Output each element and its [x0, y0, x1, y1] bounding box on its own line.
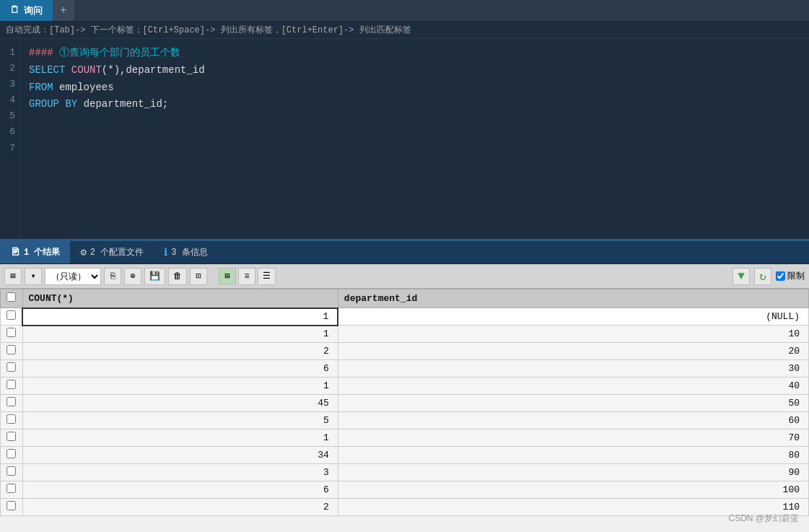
row-checkbox-cell[interactable] — [1, 481, 23, 499]
results-table-container[interactable]: COUNT(*) department_id 1 (NULL) 1 10 2 2… — [0, 289, 809, 532]
sql-editor[interactable]: 1 2 3 4 5 6 7 #### ①查询每个部门的员工个数 SELECT C… — [0, 39, 809, 241]
results-table: COUNT(*) department_id 1 (NULL) 1 10 2 2… — [0, 289, 809, 516]
row-count: 1 — [22, 429, 338, 447]
toolbar-export-btn[interactable]: ⊡ — [190, 268, 207, 285]
limit-checkbox-area[interactable]: 限制 — [776, 270, 805, 282]
code-line-3: FROM employees — [29, 79, 800, 97]
row-count: 3 — [22, 464, 338, 481]
row-count: 5 — [22, 412, 338, 429]
row-checkbox[interactable] — [6, 501, 16, 510]
row-checkbox-cell[interactable] — [1, 499, 23, 516]
row-checkbox[interactable] — [6, 414, 16, 424]
code-line-7 — [29, 148, 800, 165]
row-count: 1 — [22, 326, 338, 343]
tab-bar: 🗒 询问 + — [0, 0, 809, 22]
code-line-6 — [29, 131, 800, 148]
toolbar-delete-btn[interactable]: 🗑 — [168, 268, 187, 285]
row-checkbox[interactable] — [6, 380, 16, 389]
code-line-4: GROUP BY department_id; — [29, 96, 800, 113]
toolbar-copy-btn2[interactable]: ⊕ — [124, 268, 141, 285]
select-all-checkbox[interactable] — [6, 292, 16, 302]
toolbar-right: ▼ ↻ 限制 — [733, 268, 805, 285]
row-dept: 10 — [338, 326, 808, 343]
row-count: 1 — [22, 378, 338, 395]
code-content[interactable]: #### ①查询每个部门的员工个数 SELECT COUNT(*),depart… — [20, 39, 809, 239]
row-checkbox-cell[interactable] — [1, 395, 23, 412]
filter-btn[interactable]: ▼ — [733, 268, 750, 285]
tab-icon: 🗒 — [10, 5, 19, 16]
row-checkbox[interactable] — [6, 397, 16, 406]
config-tab-label: 2 个配置文件 — [90, 246, 144, 258]
row-dept: 50 — [338, 395, 808, 412]
refresh-btn[interactable]: ↻ — [754, 268, 771, 285]
row-checkbox[interactable] — [6, 432, 16, 441]
table-row: 1 40 — [1, 378, 809, 395]
row-checkbox-cell[interactable] — [1, 447, 23, 464]
code-line-5 — [29, 113, 800, 131]
limit-checkbox[interactable] — [776, 271, 785, 281]
results-tab-bar: 🖹 1 个结果 ⚙ 2 个配置文件 ℹ 3 条信息 — [0, 241, 809, 264]
row-checkbox-cell[interactable] — [1, 464, 23, 481]
row-count: 6 — [22, 481, 338, 499]
add-tab-button[interactable]: + — [53, 0, 74, 21]
row-dept: 70 — [338, 429, 808, 447]
row-checkbox[interactable] — [6, 466, 16, 476]
form-view-btn[interactable]: ≡ — [238, 268, 255, 285]
tab-results[interactable]: 🖹 1 个结果 — [0, 241, 70, 263]
header-checkbox-col — [1, 289, 23, 308]
config-tab-icon: ⚙ — [80, 246, 86, 258]
toolbar-save-btn[interactable]: 💾 — [144, 268, 165, 285]
table-row: 34 80 — [1, 447, 809, 464]
table-row: 2 110 — [1, 499, 809, 516]
row-count: 34 — [22, 447, 338, 464]
tab-info[interactable]: ℹ 3 条信息 — [154, 241, 217, 263]
table-row: 6 30 — [1, 360, 809, 378]
info-tab-label: 3 条信息 — [171, 246, 207, 258]
watermark: CSDN @梦幻蔚蓝 — [728, 513, 799, 525]
row-checkbox[interactable] — [6, 362, 16, 372]
table-row: 3 90 — [1, 464, 809, 481]
row-checkbox[interactable] — [6, 484, 16, 493]
query-tab[interactable]: 🗒 询问 — [0, 0, 53, 21]
mode-select[interactable]: （只读） — [45, 268, 101, 285]
watermark-text: CSDN @梦幻蔚蓝 — [728, 513, 799, 523]
limit-label: 限制 — [787, 270, 805, 282]
results-tab-label: 1 个结果 — [24, 246, 60, 258]
table-view-btn[interactable]: ⊞ — [219, 268, 236, 285]
row-checkbox[interactable] — [6, 328, 16, 337]
row-checkbox[interactable] — [6, 345, 16, 354]
row-checkbox-cell[interactable] — [1, 343, 23, 360]
table-row: 2 20 — [1, 343, 809, 360]
table-row: 1 (NULL) — [1, 308, 809, 326]
row-checkbox-cell[interactable] — [1, 326, 23, 343]
row-checkbox[interactable] — [6, 310, 16, 320]
row-dept: 80 — [338, 447, 808, 464]
row-count: 2 — [22, 343, 338, 360]
tab-config[interactable]: ⚙ 2 个配置文件 — [70, 241, 154, 263]
row-dept: 100 — [338, 481, 808, 499]
table-row: 6 100 — [1, 481, 809, 499]
row-dept: 60 — [338, 412, 808, 429]
row-checkbox-cell[interactable] — [1, 308, 23, 326]
row-dept: 30 — [338, 360, 808, 378]
row-checkbox-cell[interactable] — [1, 378, 23, 395]
text-view-btn[interactable]: ☰ — [258, 268, 276, 285]
hint-text: 自动完成：[Tab]-> 下一个标签；[Ctrl+Space]-> 列出所有标签… — [6, 25, 411, 35]
row-count: 1 — [22, 308, 338, 326]
line-numbers: 1 2 3 4 5 6 7 — [0, 39, 20, 239]
info-tab-icon: ℹ — [164, 246, 167, 258]
header-count: COUNT(*) — [22, 289, 338, 308]
row-count: 45 — [22, 395, 338, 412]
row-checkbox-cell[interactable] — [1, 429, 23, 447]
row-checkbox[interactable] — [6, 449, 16, 458]
row-checkbox-cell[interactable] — [1, 412, 23, 429]
toolbar-extra-btn[interactable]: ▾ — [25, 268, 42, 285]
row-checkbox-cell[interactable] — [1, 360, 23, 378]
row-dept: 40 — [338, 378, 808, 395]
toolbar-grid-btn[interactable]: ⊞ — [4, 268, 22, 285]
table-row: 45 50 — [1, 395, 809, 412]
row-dept: 20 — [338, 343, 808, 360]
toolbar-copy-btn1[interactable]: ⎘ — [104, 268, 121, 285]
table-row: 5 60 — [1, 412, 809, 429]
header-dept-id: department_id — [338, 289, 808, 308]
